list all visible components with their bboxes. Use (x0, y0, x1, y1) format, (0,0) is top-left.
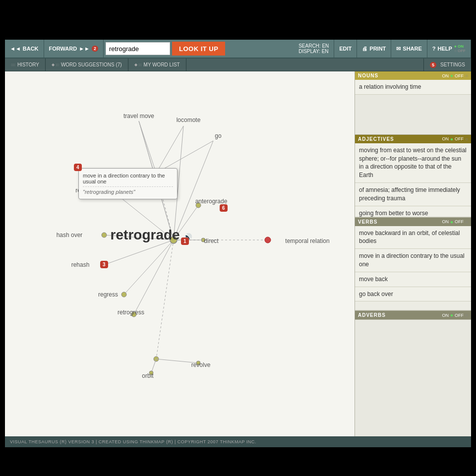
svg-point-10 (196, 203, 201, 208)
svg-line-9 (174, 205, 198, 240)
print-button[interactable]: 🖨 PRINT (357, 40, 391, 58)
adjectives-header: ADJECTIVES ON ● OFF ○ (355, 135, 471, 143)
svg-point-18 (102, 233, 107, 238)
graph-svg (5, 71, 355, 436)
noun-empty-space (355, 95, 471, 134)
help-icon: ? (432, 46, 436, 52)
adj-off-dot: ○ (465, 136, 468, 142)
tooltip-divider (83, 186, 173, 187)
nav-settings[interactable]: 5 SETTINGS (423, 59, 471, 71)
svg-line-17 (104, 235, 174, 240)
adverbs-header: ADVERBS ON ● OFF ○ (355, 311, 471, 319)
verbs-section: VERBS ON ● OFF ○ move backward in an orb… (355, 218, 471, 311)
adverbs-toggle[interactable]: ON ● OFF ○ (442, 312, 468, 318)
toolbar: ◄◄ BACK FORWARD ►► 2 LOOK IT UP SEARCH: … (5, 40, 471, 59)
help-button[interactable]: ? HELP ● ON ○ OFF (427, 40, 471, 58)
nouns-header: NOUNS ON ● OFF ○ (355, 71, 471, 80)
print-icon: 🖨 (362, 46, 367, 52)
badge-3: 3 (100, 261, 108, 268)
help-label: HELP (438, 46, 452, 52)
edit-button[interactable]: EDIT (334, 40, 357, 58)
nouns-on: ON (442, 73, 449, 78)
badge-4: 4 (74, 164, 82, 171)
statusbar-text: VISUAL THESAURUS (R) VERSION 3 | CREATED… (10, 439, 256, 444)
back-arrow-icon: ◄◄ (10, 46, 21, 52)
statusbar: VISUAL THESAURUS (R) VERSION 3 | CREATED… (5, 436, 471, 447)
adv-on: ON (442, 313, 449, 318)
tooltip-text: move in a direction contrary to the usua… (83, 173, 173, 184)
adjectives-section: ADJECTIVES ON ● OFF ○ moving from east t… (355, 135, 471, 218)
badge-1: 1 (181, 238, 189, 245)
svg-point-30 (196, 361, 200, 365)
adjectives-title: ADJECTIVES (358, 136, 394, 142)
nav-dots-icon: :::: (11, 62, 15, 67)
verbs-off-dot: ○ (465, 219, 468, 225)
svg-line-2 (174, 141, 213, 240)
svg-line-25 (156, 240, 174, 359)
verb-item-4[interactable] (355, 301, 471, 310)
adj-item-0[interactable]: moving from east to west on the celestia… (355, 143, 471, 183)
my-word-list-label: MY WORD LIST (144, 62, 180, 67)
history-label: HISTORY (17, 62, 39, 67)
adv-off: OFF (455, 313, 464, 318)
adj-on: ON (442, 136, 449, 141)
adv-off-dot: ○ (465, 312, 468, 318)
adv-on-dot: ● (450, 312, 453, 318)
svg-point-24 (131, 312, 136, 317)
nouns-title: NOUNS (358, 73, 378, 78)
search-input[interactable] (106, 42, 170, 55)
nouns-off-dot: ○ (465, 73, 468, 78)
nouns-toggle[interactable]: ON ● OFF ○ (442, 73, 468, 78)
noun-item-0[interactable]: a relation involving time (355, 80, 471, 95)
main-content: travel move locomote go anterograde dire… (5, 71, 471, 436)
verb-item-2[interactable]: move back (355, 272, 471, 287)
share-label: SHARE (403, 46, 422, 52)
svg-line-28 (156, 359, 198, 363)
app: ◄◄ BACK FORWARD ►► 2 LOOK IT UP SEARCH: … (5, 40, 471, 436)
display-lang: DISPLAY: EN (298, 49, 329, 54)
svg-point-31 (170, 237, 177, 243)
settings-label: SETTINGS (440, 62, 465, 67)
adj-item-2[interactable]: going from better to worse (355, 206, 471, 217)
adjectives-toggle[interactable]: ON ● OFF ○ (442, 136, 468, 142)
svg-line-19 (104, 240, 174, 265)
word-suggestions-label: WORD SUGGESTIONS (7) (61, 62, 122, 67)
svg-point-22 (121, 292, 126, 297)
svg-line-6 (139, 121, 156, 173)
on-off-toggle: ● ON ○ OFF (454, 44, 466, 53)
edit-label: EDIT (339, 46, 352, 52)
tooltip-quote: "retrograding planets" (83, 189, 173, 195)
svg-line-7 (156, 126, 183, 173)
nav-my-word-list[interactable]: ◆ ::: MY WORD LIST (128, 59, 186, 71)
verbs-on-dot: ● (450, 219, 453, 225)
forward-arrow-icon: ►► (79, 46, 90, 52)
navbar: :::: HISTORY ◆ ::: WORD SUGGESTIONS (7) … (5, 59, 471, 71)
search-lang: SEARCH: EN (298, 43, 329, 49)
verbs-toggle[interactable]: ON ● OFF ○ (442, 219, 468, 225)
back-button[interactable]: ◄◄ BACK (5, 40, 44, 58)
svg-point-29 (149, 371, 153, 375)
nouns-off: OFF (455, 73, 464, 78)
nouns-section: NOUNS ON ● OFF ○ a relation involving ti… (355, 71, 471, 135)
nav-history[interactable]: :::: HISTORY (5, 59, 46, 71)
verb-item-0[interactable]: move backward in an orbit, of celestial … (355, 226, 471, 249)
adj-item-1[interactable]: of amnesia; affecting time immediately p… (355, 183, 471, 206)
back-label: BACK (23, 46, 39, 52)
language-info: SEARCH: EN DISPLAY: EN (294, 40, 334, 58)
share-button[interactable]: ✉ SHARE (391, 40, 427, 58)
share-icon: ✉ (396, 46, 401, 52)
nav-dots-icon2: ◆ ::: (52, 62, 59, 67)
forward-button[interactable]: FORWARD ►► 2 (44, 40, 104, 58)
forward-label: FORWARD (49, 46, 77, 52)
verb-item-1[interactable]: move in a direction contrary to the usua… (355, 249, 471, 272)
verbs-header: VERBS ON ● OFF ○ (355, 218, 471, 226)
word-graph[interactable]: travel move locomote go anterograde dire… (5, 71, 355, 436)
sidebar: NOUNS ON ● OFF ○ a relation involving ti… (355, 71, 471, 436)
adj-off: OFF (455, 136, 464, 141)
nav-word-suggestions[interactable]: ◆ ::: WORD SUGGESTIONS (7) (46, 59, 128, 71)
nouns-on-dot: ● (450, 73, 453, 78)
verbs-on: ON (442, 219, 449, 224)
lookup-button[interactable]: LOOK IT UP (172, 42, 225, 56)
tooltip-box: 4 move in a direction contrary to the us… (78, 168, 178, 199)
verb-item-3[interactable]: go back over (355, 287, 471, 302)
